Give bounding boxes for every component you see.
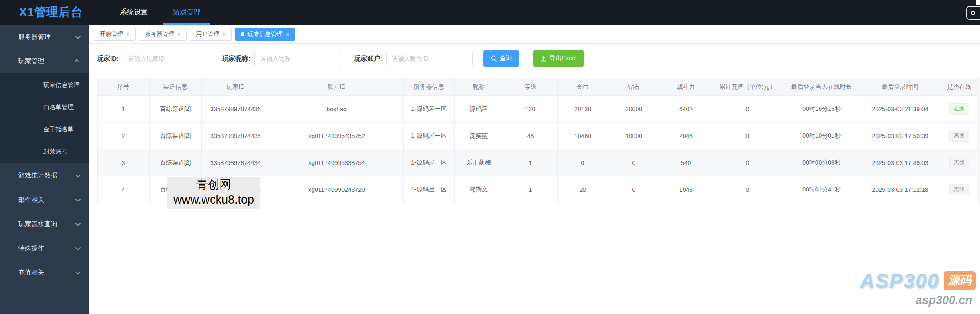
- tab-bar: 开服管理 × 服务器管理 × 用户管理 × 玩家信息管理 ×: [89, 25, 980, 44]
- tab-close-icon[interactable]: ×: [222, 31, 226, 37]
- table-cell: 乐正菡梅: [455, 149, 503, 176]
- tab-label: 玩家信息管理: [247, 30, 283, 38]
- player-id-label: 玩家ID:: [97, 55, 119, 63]
- tab-close-icon[interactable]: ×: [177, 31, 181, 37]
- sidebar-subitem[interactable]: 白名单管理: [0, 96, 89, 118]
- site-watermark-url: www.wcku8.top: [167, 193, 260, 207]
- tab-label: 开服管理: [100, 30, 123, 38]
- sidebar-subitem[interactable]: 金手指名单: [0, 118, 89, 140]
- status-cell: 离线: [940, 176, 979, 203]
- tab[interactable]: 玩家信息管理 ×: [235, 28, 295, 41]
- sidebar-submenu: 玩家信息管理 白名单管理 金手指名单 封禁账号: [0, 73, 89, 163]
- table-cell: 335879897874435: [202, 123, 270, 149]
- table-cell: 1-源码屋一区: [404, 149, 455, 176]
- sidebar-item[interactable]: 充值相关: [0, 260, 89, 285]
- tab[interactable]: 服务器管理 ×: [139, 28, 187, 41]
- chevron-down-icon: [75, 269, 81, 275]
- table-row: 2百练渠道[2]335879897874435xg011740995435752…: [98, 123, 979, 149]
- sidebar-subitem[interactable]: 玩家信息管理: [0, 74, 89, 96]
- tab-close-icon[interactable]: ×: [126, 31, 130, 37]
- table-cell: 1: [98, 96, 150, 123]
- table-cell: 0: [712, 149, 783, 176]
- site-watermark: 青创网 www.wcku8.top: [167, 177, 260, 209]
- column-header: 最后登录时间: [860, 78, 940, 96]
- sidebar-subitem[interactable]: 封禁账号: [0, 140, 89, 162]
- nickname-label: 玩家昵称:: [222, 55, 251, 63]
- topbar: X1管理后台 系统设置 游戏管理: [0, 0, 980, 25]
- chevron-down-icon: [75, 196, 81, 202]
- asp300-source-badge: 源码: [944, 271, 976, 290]
- table-cell: 20000: [608, 96, 660, 123]
- sidebar-item[interactable]: 服务器管理: [0, 25, 89, 49]
- table-cell: 00时16分15秒: [783, 96, 860, 123]
- sidebar-item[interactable]: 邮件相关: [0, 188, 89, 212]
- top-nav-item-label: 游戏管理: [173, 8, 201, 17]
- table-cell: 源码屋: [455, 96, 503, 123]
- status-cell: 离线: [940, 123, 979, 149]
- top-nav-item[interactable]: 系统设置: [114, 0, 154, 25]
- table-cell: 2025-03-03 21:39:04: [860, 96, 940, 123]
- table-cell: 2025-03-03 17:50:39: [860, 123, 940, 149]
- sidebar-subitem-label: 白名单管理: [43, 104, 74, 111]
- table-cell: 0: [608, 176, 660, 203]
- sidebar-item-label: 服务器管理: [18, 33, 51, 41]
- table-cell: 20: [558, 176, 608, 203]
- table-cell: 540: [660, 149, 712, 176]
- player-id-input[interactable]: [123, 51, 209, 66]
- filter-group-nickname: 玩家昵称:: [222, 51, 341, 66]
- site-watermark-name: 青创网: [167, 177, 260, 193]
- column-header: 序号: [98, 78, 150, 96]
- account-input[interactable]: [386, 51, 473, 66]
- table-cell: 335879897874436: [202, 96, 270, 123]
- status-badge: 离线: [949, 157, 969, 168]
- export-excel-button[interactable]: 导出Excel: [533, 50, 584, 67]
- sidebar-item-label: 玩家管理: [18, 57, 44, 65]
- sidebar-item-label: 邮件相关: [18, 196, 44, 204]
- sidebar-item-label: 特殊操作: [18, 244, 44, 252]
- column-header: 战斗力: [660, 78, 712, 96]
- sidebar-item[interactable]: 玩家管理: [0, 49, 89, 73]
- table-cell: boshao: [270, 96, 404, 123]
- top-nav-item[interactable]: 游戏管理: [167, 0, 207, 25]
- table-cell: 1-源码屋一区: [404, 176, 455, 203]
- column-header: 等级: [503, 78, 558, 96]
- table-cell: 10460: [558, 123, 608, 149]
- table-cell: 10000: [608, 123, 660, 149]
- top-nav-item-label: 系统设置: [120, 8, 148, 17]
- sidebar-item[interactable]: 游戏统计数据: [0, 163, 89, 188]
- tab[interactable]: 开服管理 ×: [94, 28, 136, 41]
- table-cell: 百练渠道[2]: [150, 96, 202, 123]
- column-header: 最后登录当天在线时长: [783, 78, 860, 96]
- table-cell: 4: [98, 176, 150, 203]
- table-cell: 1-源码屋一区: [404, 96, 455, 123]
- table-cell: 庞笑蓝: [455, 123, 503, 149]
- column-header: 昵称: [455, 78, 503, 96]
- sidebar-item[interactable]: 玩家流水查询: [0, 212, 89, 236]
- table-cell: 00时00分08秒: [783, 149, 860, 176]
- table-cell: 1-源码屋一区: [404, 123, 455, 149]
- column-header: 账户ID: [270, 78, 404, 96]
- topbar-corner-button[interactable]: [966, 6, 980, 20]
- column-header: 渠道信息: [150, 78, 202, 96]
- sidebar-subitem-label: 封禁账号: [43, 148, 68, 155]
- corner-notch: [976, 0, 980, 5]
- sidebar-item-label: 充值相关: [18, 269, 44, 277]
- column-header: 累计充值（单位:元）: [712, 78, 783, 96]
- column-header: 是否在线: [940, 78, 979, 96]
- tab-close-icon[interactable]: ×: [286, 31, 289, 37]
- status-badge: 在线: [949, 103, 969, 114]
- chevron-down-icon: [75, 172, 81, 178]
- search-button[interactable]: 查询: [483, 50, 519, 67]
- status-cell: 在线: [940, 96, 979, 123]
- table-cell: 2025-03-03 17:12:18: [860, 176, 940, 203]
- tab[interactable]: 用户管理 ×: [190, 28, 232, 41]
- sidebar-item[interactable]: 特殊操作: [0, 236, 89, 260]
- upload-icon: [540, 55, 547, 62]
- table-cell: 0: [608, 149, 660, 176]
- filter-group-player-id: 玩家ID:: [97, 51, 209, 66]
- active-tab-dot: [241, 32, 244, 36]
- asp300-domain: asp300.cn: [860, 294, 972, 307]
- sidebar-subitem-label: 玩家信息管理: [43, 81, 80, 89]
- nickname-input[interactable]: [254, 51, 341, 66]
- table-cell: 2025-03-03 17:49:03: [860, 149, 940, 176]
